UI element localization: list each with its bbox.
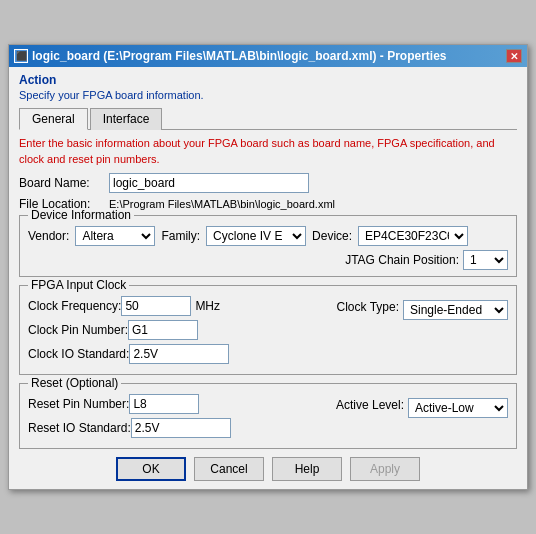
action-label: Action [19,73,517,87]
device-info-group: Device Information Vendor: Altera Family… [19,215,517,277]
tab-bar: General Interface [19,107,517,130]
reset-pin-label: Reset Pin Number: [28,397,129,411]
clock-type-label: Clock Type: [337,300,399,314]
active-level-label: Active Level: [336,398,404,412]
clock-pin-row: Clock Pin Number: [28,320,317,340]
reset-io-label: Reset IO Standard: [28,421,131,435]
device-label: Device: [312,229,352,243]
vendor-select[interactable]: Altera [75,226,155,246]
clock-freq-label: Clock Frequency: [28,299,121,313]
clock-freq-input[interactable] [121,296,191,316]
clock-pin-input[interactable] [128,320,198,340]
board-name-label: Board Name: [19,176,109,190]
window-icon: ⬛ [14,49,28,63]
active-level-select[interactable]: Active-Low [408,398,508,418]
clock-io-input[interactable] [129,344,229,364]
fpga-clock-group: FPGA Input Clock Clock Frequency: MHz Cl… [19,285,517,375]
ok-button[interactable]: OK [116,457,186,481]
reset-group: Reset (Optional) Reset Pin Number: Reset… [19,383,517,449]
apply-button[interactable]: Apply [350,457,420,481]
info-text: Enter the basic information about your F… [19,136,517,167]
clock-io-label: Clock IO Standard: [28,347,129,361]
window-body: Action Specify your FPGA board informati… [9,67,527,489]
reset-io-row: Reset IO Standard: [28,418,316,438]
tab-interface[interactable]: Interface [90,108,163,130]
fpga-clock-title: FPGA Input Clock [28,278,129,292]
board-name-row: Board Name: [19,173,517,193]
family-label: Family: [161,229,200,243]
device-info-title: Device Information [28,208,134,222]
title-bar: ⬛ logic_board (E:\Program Files\MATLAB\b… [9,45,527,67]
jtag-label: JTAG Chain Position: [345,253,459,267]
device-select[interactable]: EP4CE30F23C6 [358,226,468,246]
jtag-select[interactable]: 1 [463,250,508,270]
cancel-button[interactable]: Cancel [194,457,264,481]
main-window: ⬛ logic_board (E:\Program Files\MATLAB\b… [8,44,528,490]
reset-io-input[interactable] [131,418,231,438]
window-title: logic_board (E:\Program Files\MATLAB\bin… [32,49,447,63]
buttons-row: OK Cancel Help Apply [19,457,517,481]
file-location-value: E:\Program Files\MATLAB\bin\logic_board.… [109,198,335,210]
tab-general[interactable]: General [19,108,88,130]
clock-pin-label: Clock Pin Number: [28,323,128,337]
reset-title: Reset (Optional) [28,376,121,390]
jtag-row: JTAG Chain Position: 1 [28,250,508,270]
board-name-input[interactable] [109,173,309,193]
reset-pin-row: Reset Pin Number: [28,394,316,414]
vendor-label: Vendor: [28,229,69,243]
clock-freq-row: Clock Frequency: MHz [28,296,317,316]
clock-freq-unit: MHz [195,299,220,313]
reset-pin-input[interactable] [129,394,199,414]
clock-type-select[interactable]: Single-Ended [403,300,508,320]
action-description: Specify your FPGA board information. [19,89,517,101]
close-button[interactable]: ✕ [506,49,522,63]
clock-io-row: Clock IO Standard: [28,344,317,364]
device-row: Vendor: Altera Family: Cyclone IV E Devi… [28,226,508,246]
family-select[interactable]: Cyclone IV E [206,226,306,246]
help-button[interactable]: Help [272,457,342,481]
